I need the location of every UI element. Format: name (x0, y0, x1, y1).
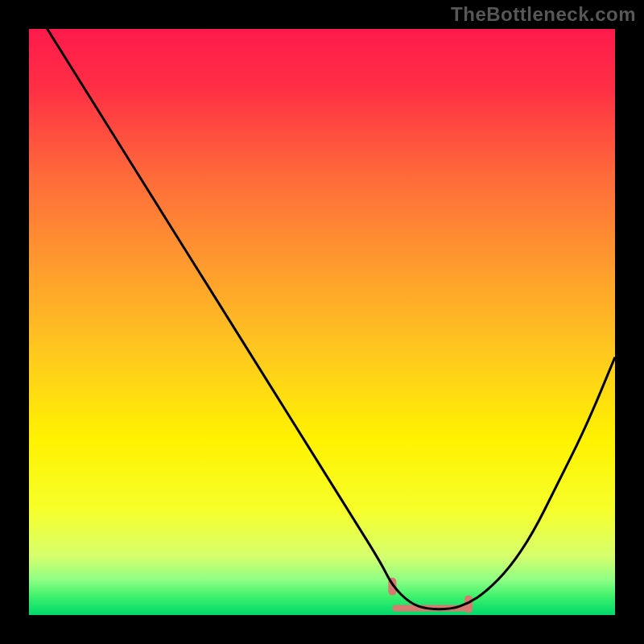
plot-area (29, 29, 615, 615)
bottleneck-chart (29, 29, 615, 615)
gradient-background (29, 29, 615, 615)
chart-container: TheBottleneck.com (0, 0, 644, 644)
watermark-text: TheBottleneck.com (451, 3, 636, 26)
